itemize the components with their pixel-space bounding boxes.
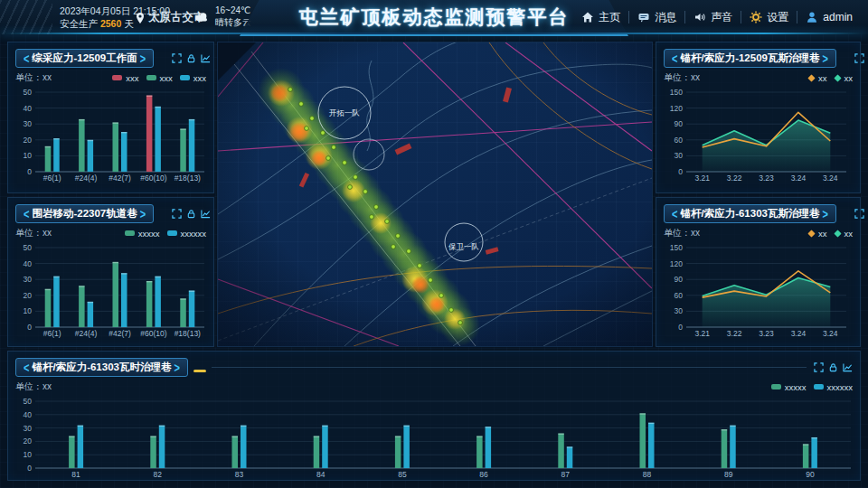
svg-text:20: 20 — [24, 291, 33, 300]
svg-text:40: 40 — [24, 410, 33, 419]
nav-settings-label: 设置 — [767, 10, 788, 25]
legend-item[interactable]: xxx — [146, 73, 173, 83]
svg-text:3.21: 3.21 — [694, 329, 710, 338]
panel-bolt-stress-61303: < 锚杆/索应力-61303瓦斯治理巷 > 单位：xx xxxx 0306090… — [656, 197, 861, 347]
nav-settings[interactable]: 设置 — [741, 10, 797, 25]
legend-label: xx — [818, 73, 827, 83]
legend-swatch — [771, 384, 781, 389]
legend-swatch — [180, 75, 190, 80]
bar-chart: 01020304050#6(1)#24(4)#42(7)#60(10)#18(1… — [15, 241, 208, 339]
nav-message-label: 消息 — [655, 10, 676, 25]
legend-label: xxxxx — [138, 229, 160, 239]
mine-map-canvas: 开拓一队 保卫一队 — [218, 42, 652, 346]
legend-label: xxx — [160, 73, 173, 83]
page-title: 屯兰矿顶板动态监测预警平台 — [299, 5, 570, 30]
svg-text:3.21: 3.21 — [694, 174, 710, 183]
safety-days-number: 2560 — [100, 18, 121, 29]
lock-icon[interactable] — [828, 362, 838, 372]
panel-title: 锚杆/索应力-61303瓦斯治理巷 — [680, 207, 819, 221]
legend-swatch — [125, 230, 135, 236]
svg-text:3.23: 3.23 — [759, 174, 774, 183]
svg-text:0: 0 — [27, 464, 32, 473]
svg-text:90: 90 — [675, 275, 684, 284]
fullscreen-icon[interactable] — [172, 209, 182, 219]
legend-item[interactable]: xx — [835, 73, 854, 83]
nav-home-label: 主页 — [599, 10, 620, 25]
unit-label: 单位：xx — [664, 71, 700, 84]
lock-icon[interactable] — [186, 209, 196, 219]
trend-icon[interactable] — [201, 53, 211, 63]
panel-title-pill[interactable]: < 锚杆/索应力-61303瓦斯治理巷 > — [664, 204, 836, 223]
nav-home[interactable]: 主页 — [573, 10, 628, 25]
svg-text:60: 60 — [675, 136, 684, 145]
message-icon — [637, 11, 650, 23]
svg-text:0: 0 — [27, 323, 32, 332]
panel-title-pill[interactable]: < 锚杆/索应力-61303瓦时治理巷 > — [15, 358, 188, 377]
legend-swatch — [112, 75, 122, 80]
panel-title-pill[interactable]: < 锚杆/索应力-12509瓦斯治理巷 > — [664, 49, 836, 68]
line-chart: 03060901201503.213.223.233.243.24 — [664, 241, 854, 339]
panel-mining-stress: < 综采应力-12509工作面 > 单位：xx xxxxxxxxx 010203… — [7, 42, 214, 193]
svg-text:#18(13): #18(13) — [175, 329, 201, 338]
svg-text:90: 90 — [806, 470, 815, 479]
user-icon — [806, 11, 818, 23]
chart-legend: xxxxxxxxxxx — [125, 229, 206, 239]
nav-user-label: admin — [823, 11, 853, 23]
fullscreen-icon[interactable] — [854, 53, 864, 63]
svg-text:0: 0 — [678, 323, 683, 332]
chevron-left-icon: < — [24, 206, 29, 221]
chevron-left-icon: < — [672, 51, 677, 66]
svg-text:30: 30 — [24, 119, 33, 128]
svg-text:120: 120 — [670, 104, 683, 113]
unit-label: 单位：xx — [15, 71, 52, 84]
bar-chart: 0102030405081828384858687888990 — [15, 395, 854, 480]
cloud-icon — [193, 11, 211, 23]
svg-text:81: 81 — [71, 470, 80, 479]
legend-label: xxx — [126, 73, 138, 83]
legend-item[interactable]: xxxxxx — [167, 229, 207, 239]
svg-text:150: 150 — [670, 243, 683, 252]
legend-item[interactable]: xxxxx — [125, 229, 160, 239]
legend-swatch — [807, 74, 815, 81]
trend-icon[interactable] — [843, 362, 853, 372]
lock-icon[interactable] — [186, 53, 196, 63]
svg-text:3.22: 3.22 — [727, 329, 742, 338]
legend-swatch — [814, 384, 824, 389]
svg-text:89: 89 — [724, 470, 733, 479]
nav-sound[interactable]: 声音 — [685, 10, 741, 25]
svg-text:40: 40 — [24, 259, 33, 268]
nav-message[interactable]: 消息 — [629, 10, 684, 25]
fullscreen-icon[interactable] — [172, 53, 182, 63]
svg-text:#60(10): #60(10) — [140, 329, 166, 338]
svg-text:3.23: 3.23 — [759, 329, 774, 338]
panel-bolt-stress-bottom: < 锚杆/索应力-61303瓦时治理巷 > 单位：xx xxxxxxxxxxx … — [7, 351, 861, 481]
svg-text:3.22: 3.22 — [727, 174, 742, 183]
legend-swatch — [167, 230, 177, 236]
svg-text:90: 90 — [675, 119, 684, 128]
panel-title-pill[interactable]: < 围岩移动-22307轨道巷 > — [15, 204, 154, 223]
title-underline — [193, 370, 206, 372]
chevron-left-icon: < — [672, 206, 677, 221]
panel-title-pill[interactable]: < 综采应力-12509工作面 > — [15, 49, 154, 68]
header-line — [212, 367, 807, 368]
svg-text:83: 83 — [235, 470, 244, 479]
legend-item[interactable]: xxx — [112, 73, 138, 83]
svg-text:#24(4): #24(4) — [75, 329, 98, 338]
trend-icon[interactable] — [201, 209, 211, 219]
legend-item[interactable]: xxx — [180, 73, 206, 83]
legend-label: xxxxxx — [827, 382, 854, 392]
legend-item[interactable]: xx — [808, 73, 827, 83]
legend-item[interactable]: xxxxx — [771, 382, 807, 392]
legend-item[interactable]: xxxxxx — [814, 382, 854, 392]
bar-chart: 01020304050#6(1)#24(4)#42(7)#60(10)#18(1… — [15, 86, 208, 183]
nav-user[interactable]: admin — [797, 11, 861, 23]
header-decoration — [0, 0, 52, 34]
legend-item[interactable]: xx — [835, 229, 854, 239]
pin-icon — [136, 12, 145, 24]
legend-item[interactable]: xx — [808, 229, 827, 239]
title-plate: 屯兰矿顶板动态监测预警平台 — [240, 0, 628, 36]
fullscreen-icon[interactable] — [854, 209, 864, 219]
fullscreen-icon[interactable] — [814, 362, 824, 372]
svg-text:20: 20 — [24, 136, 33, 145]
mine-map[interactable]: 开拓一队 保卫一队 — [217, 42, 653, 347]
